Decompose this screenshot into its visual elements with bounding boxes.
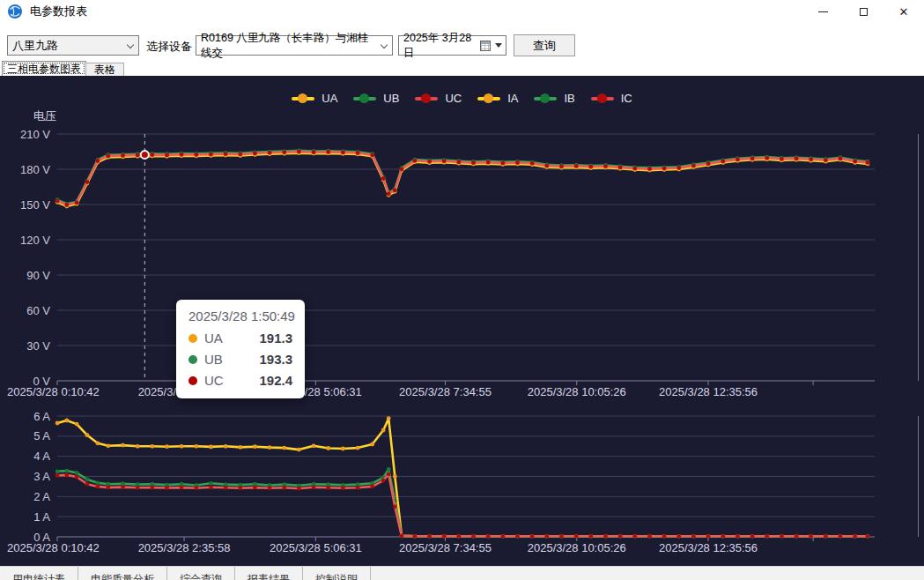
svg-text:150 V: 150 V xyxy=(20,198,50,212)
chevron-down-icon xyxy=(127,41,134,48)
svg-text:1 A: 1 A xyxy=(33,510,50,524)
svg-text:4 A: 4 A xyxy=(33,450,50,463)
date-picker[interactable]: 2025年 3月28日 xyxy=(398,35,506,56)
tooltip-series-name: UB xyxy=(204,352,223,367)
tab-three-phase-chart[interactable]: 三相电参数图表 xyxy=(2,61,86,76)
chart-legend: UAUBUCIAIBIC xyxy=(0,92,924,105)
legend-label: IC xyxy=(621,92,632,105)
legend-label: UC xyxy=(445,92,462,105)
legend-marker-icon xyxy=(415,97,438,100)
calendar-icon xyxy=(480,41,491,51)
svg-text:2025/3/28 12:35:56: 2025/3/28 12:35:56 xyxy=(659,385,758,398)
legend-item-IA[interactable]: IA xyxy=(477,92,518,105)
legend-item-UC[interactable]: UC xyxy=(415,92,462,105)
minimize-button[interactable] xyxy=(802,0,843,23)
legend-label: UA xyxy=(322,92,337,105)
chart-tooltip: 2025/3/28 1:50:49 UA191.3UB193.3UC192.4 xyxy=(176,300,305,398)
legend-marker-icon xyxy=(477,97,500,100)
svg-text:2025/3/28 12:35:56: 2025/3/28 12:35:56 xyxy=(659,541,758,554)
device-label: 选择设备 xyxy=(146,39,192,55)
app-logo-icon xyxy=(7,4,23,19)
status-strip-item[interactable]: 电能质量分析 xyxy=(78,567,167,580)
svg-text:30 V: 30 V xyxy=(26,339,50,353)
legend-dot-icon xyxy=(597,93,607,103)
svg-text:6 A: 6 A xyxy=(33,410,50,423)
legend-dot-icon xyxy=(359,93,369,103)
svg-text:2025/3/28 10:05:26: 2025/3/28 10:05:26 xyxy=(528,385,626,398)
legend-marker-icon xyxy=(353,97,376,100)
series-dot-icon xyxy=(188,334,197,343)
svg-text:3 A: 3 A xyxy=(33,470,50,483)
close-button[interactable]: ✕ xyxy=(883,0,924,23)
app-window: 电参数报表 ✕ 八里九路 选择设备 R0169 八里九路（长丰路）与湘桂线交 2… xyxy=(0,0,924,580)
svg-text:2025/3/28 10:05:26: 2025/3/28 10:05:26 xyxy=(528,541,626,554)
legend-dot-icon xyxy=(421,93,431,103)
svg-text:2025/3/28 0:10:42: 2025/3/28 0:10:42 xyxy=(7,541,100,554)
svg-text:60 V: 60 V xyxy=(26,304,50,317)
svg-text:电压: 电压 xyxy=(33,109,56,123)
series-dot-icon xyxy=(188,376,197,385)
tab-strip: 三相电参数图表 表格 xyxy=(0,62,924,76)
svg-text:2025/3/28 5:06:31: 2025/3/28 5:06:31 xyxy=(270,541,362,554)
svg-text:120 V: 120 V xyxy=(20,234,50,247)
legend-marker-icon xyxy=(534,97,557,100)
legend-dot-icon xyxy=(540,93,550,103)
legend-dot-icon xyxy=(484,93,493,103)
tooltip-row: UA191.3 xyxy=(188,331,292,346)
minimize-icon xyxy=(818,11,828,12)
legend-item-UA[interactable]: UA xyxy=(292,92,337,105)
svg-text:2025/3/28 0:10:42: 2025/3/28 0:10:42 xyxy=(7,385,100,398)
chart-panel: 210 V180 V150 V120 V90 V60 V30 V0 V2025/… xyxy=(0,76,924,566)
title-bar: 电参数报表 ✕ xyxy=(0,0,924,23)
svg-text:2025/3/28 2:35:58: 2025/3/28 2:35:58 xyxy=(138,541,231,554)
close-icon: ✕ xyxy=(899,6,909,18)
svg-text:180 V: 180 V xyxy=(20,163,50,176)
status-strip-item[interactable]: 综合查询 xyxy=(167,567,235,580)
area-combobox-value: 八里九路 xyxy=(12,38,58,54)
chevron-down-icon xyxy=(381,41,388,48)
tooltip-series-value: 191.3 xyxy=(259,331,292,346)
legend-marker-icon xyxy=(292,97,314,100)
tooltip-timestamp: 2025/3/28 1:50:49 xyxy=(188,309,292,323)
legend-marker-icon xyxy=(591,97,614,100)
device-combobox-value: R0169 八里九路（长丰路）与湘桂线交 xyxy=(201,31,374,61)
series-dot-icon xyxy=(188,355,197,364)
device-combobox[interactable]: R0169 八里九路（长丰路）与湘桂线交 xyxy=(196,35,393,56)
tooltip-row: UC192.4 xyxy=(188,373,292,388)
svg-text:2 A: 2 A xyxy=(33,490,50,503)
status-strip-item[interactable]: 控制说明 xyxy=(303,567,371,580)
area-combobox[interactable]: 八里九路 xyxy=(7,35,139,56)
tooltip-series-value: 193.3 xyxy=(259,352,292,367)
window-title: 电参数报表 xyxy=(30,4,87,19)
svg-text:2025/3/28 7:34:55: 2025/3/28 7:34:55 xyxy=(399,385,492,398)
date-picker-value: 2025年 3月28日 xyxy=(403,31,474,61)
status-strip-item[interactable]: 报表结果 xyxy=(235,567,303,580)
legend-item-IB[interactable]: IB xyxy=(534,92,574,105)
legend-label: UB xyxy=(383,92,399,105)
tooltip-series-name: UA xyxy=(204,331,223,346)
legend-dot-icon xyxy=(298,93,307,103)
svg-text:2025/3/28 7:34:55: 2025/3/28 7:34:55 xyxy=(399,541,492,554)
legend-item-IC[interactable]: IC xyxy=(591,92,632,105)
maximize-icon xyxy=(860,8,868,16)
toolbar: 八里九路 选择设备 R0169 八里九路（长丰路）与湘桂线交 2025年 3月2… xyxy=(0,23,924,62)
svg-text:5 A: 5 A xyxy=(33,429,50,442)
legend-label: IB xyxy=(564,92,574,105)
tooltip-series-value: 192.4 xyxy=(259,373,292,388)
svg-text:90 V: 90 V xyxy=(26,269,50,282)
maximize-button[interactable] xyxy=(843,0,883,23)
tooltip-row: UB193.3 xyxy=(188,352,292,367)
svg-text:210 V: 210 V xyxy=(20,128,50,141)
chart-canvas[interactable]: 210 V180 V150 V120 V90 V60 V30 V0 V2025/… xyxy=(0,76,924,566)
status-strip-item[interactable]: 用电统计表 xyxy=(0,567,78,580)
tab-table[interactable]: 表格 xyxy=(85,63,124,76)
dropdown-arrow-icon xyxy=(495,43,502,48)
status-strip: 用电统计表电能质量分析综合查询报表结果控制说明 xyxy=(0,566,924,580)
query-button[interactable]: 查询 xyxy=(514,34,575,56)
legend-item-UB[interactable]: UB xyxy=(353,92,399,105)
tooltip-series-name: UC xyxy=(204,373,224,388)
legend-label: IA xyxy=(507,92,518,105)
